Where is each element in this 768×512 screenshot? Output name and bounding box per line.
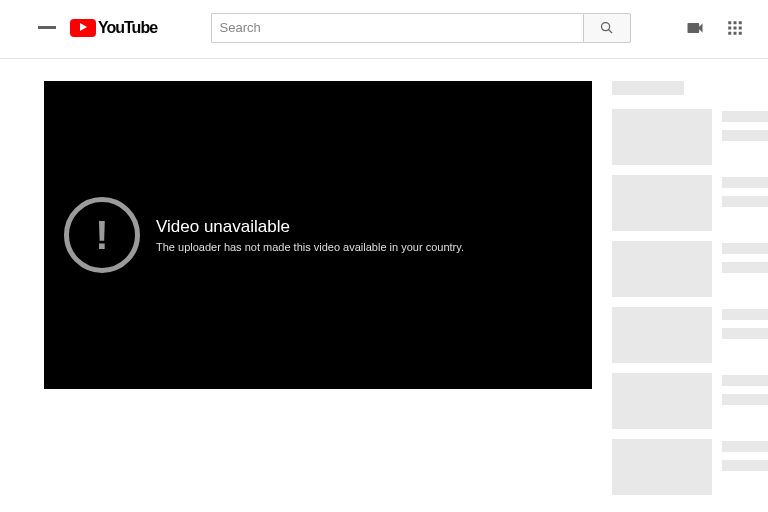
skeleton-lines (722, 439, 768, 495)
svg-rect-9 (734, 31, 737, 34)
error-message: Video unavailable The uploader has not m… (156, 217, 464, 253)
svg-rect-7 (739, 26, 742, 29)
alert-icon: ! (64, 197, 140, 273)
skeleton-thumb (612, 439, 712, 495)
create-button[interactable] (684, 17, 706, 39)
youtube-logo[interactable]: YouTube (70, 19, 157, 37)
player-area: ! Video unavailable The uploader has not… (44, 81, 592, 505)
header-center (157, 13, 684, 43)
svg-rect-2 (728, 21, 731, 24)
skeleton-heading (612, 81, 684, 95)
skeleton-thumb (612, 241, 712, 297)
skeleton-lines (722, 373, 768, 429)
skeleton-thumb (612, 373, 712, 429)
skeleton-line (722, 394, 768, 405)
error-title: Video unavailable (156, 217, 464, 237)
skeleton-thumb (612, 307, 712, 363)
skeleton-line (722, 130, 768, 141)
svg-line-1 (609, 30, 612, 33)
skeleton-line (722, 177, 768, 188)
skeleton-row (612, 175, 768, 231)
skeleton-row (612, 109, 768, 165)
error-overlay: ! Video unavailable The uploader has not… (44, 197, 464, 273)
skeleton-line (722, 328, 768, 339)
header-left: YouTube (16, 19, 157, 37)
menu-button[interactable] (38, 22, 56, 34)
skeleton-line (722, 243, 768, 254)
svg-rect-4 (739, 21, 742, 24)
svg-rect-10 (739, 31, 742, 34)
skeleton-list (612, 109, 768, 495)
brand-name: YouTube (98, 19, 157, 37)
svg-rect-6 (734, 26, 737, 29)
skeleton-lines (722, 307, 768, 363)
skeleton-row (612, 307, 768, 363)
skeleton-row (612, 241, 768, 297)
app-header: YouTube (0, 0, 768, 56)
search-form (211, 13, 631, 43)
svg-rect-5 (728, 26, 731, 29)
skeleton-thumb (612, 175, 712, 231)
play-icon (70, 19, 96, 37)
skeleton-lines (722, 109, 768, 165)
skeleton-line (722, 309, 768, 320)
svg-point-0 (602, 23, 610, 31)
search-button[interactable] (583, 13, 631, 43)
skeleton-line (722, 111, 768, 122)
related-sidebar (612, 81, 768, 505)
search-icon (599, 20, 614, 35)
skeleton-row (612, 439, 768, 495)
apps-button[interactable] (724, 17, 746, 39)
skeleton-line (722, 375, 768, 386)
skeleton-thumb (612, 109, 712, 165)
apps-grid-icon (726, 19, 744, 37)
main-content: ! Video unavailable The uploader has not… (0, 59, 768, 505)
error-subtitle: The uploader has not made this video ava… (156, 241, 464, 253)
video-player[interactable]: ! Video unavailable The uploader has not… (44, 81, 592, 389)
skeleton-line (722, 460, 768, 471)
skeleton-lines (722, 241, 768, 297)
skeleton-lines (722, 175, 768, 231)
header-right (684, 17, 752, 39)
video-camera-icon (685, 18, 705, 38)
skeleton-line (722, 262, 768, 273)
svg-rect-3 (734, 21, 737, 24)
svg-rect-8 (728, 31, 731, 34)
skeleton-row (612, 373, 768, 429)
search-input[interactable] (211, 13, 583, 43)
skeleton-line (722, 196, 768, 207)
skeleton-line (722, 441, 768, 452)
